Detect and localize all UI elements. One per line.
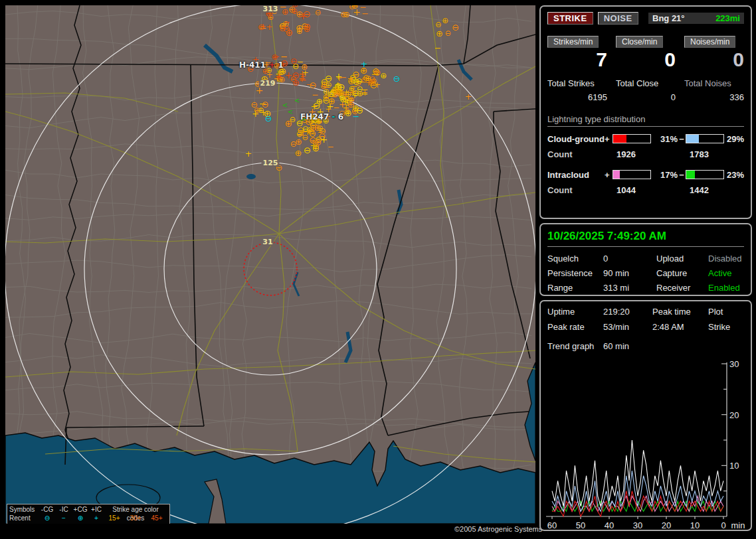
cg-strike-icon: ⊕	[286, 28, 294, 37]
range-value: 313 mi	[603, 283, 656, 293]
plot-value: Strike	[708, 322, 744, 332]
age-45: 45+	[146, 514, 167, 522]
cg-neg-sign: −	[678, 134, 686, 144]
persistence-value: 90 min	[603, 268, 656, 278]
cg-strike-icon: ⊖	[309, 81, 316, 90]
ic-pos-sign: +	[605, 170, 613, 180]
svg-text:20: 20	[662, 520, 671, 530]
noises-column: Noises/min 0 Total Noises 336	[684, 36, 744, 102]
cg-strike-icon: ⊖	[351, 5, 358, 10]
ic-strike-icon: +	[300, 11, 308, 21]
ic-strike-icon: +	[266, 23, 273, 32]
cg-neg-old-icon: ⊖	[39, 522, 56, 524]
noise-mode-button[interactable]: NOISE	[598, 12, 638, 25]
peak-rate-value: 53/min	[603, 322, 652, 332]
svg-text:60: 60	[547, 520, 557, 530]
ic-pos-bar	[613, 170, 651, 179]
svg-text:30: 30	[633, 520, 642, 530]
cg-strike-icon: ⊖	[250, 100, 258, 109]
svg-text:10: 10	[729, 461, 739, 471]
datetime-display: 10/26/2025 7:49:20 AM	[547, 230, 744, 247]
cg-strike-icon: ⊖	[355, 77, 362, 85]
svg-text:30: 30	[729, 359, 739, 369]
uptime-label: Uptime	[547, 307, 603, 317]
squelch-value: 0	[603, 254, 656, 264]
status-grid: Squelch 0 Upload Disabled Persistence 90…	[547, 254, 744, 293]
total-close-label: Total Close	[616, 78, 676, 88]
cg-strike-icon: ⊕	[314, 123, 321, 133]
close-per-min-chip: Close/min	[616, 36, 663, 48]
trend-graph-row: Trend graph 60 min	[547, 341, 744, 351]
cg-strike-icon: ⊖	[357, 86, 363, 94]
symbol-legend: Symbols -CG -IC +CG +IC Strike age color…	[7, 504, 170, 524]
lightning-map[interactable]: ⊕⊕⊖⊕⊖⊕⊕⊖⊕+⊕−⊕−⊖⊖+⊖⊕⊕⊖⊖⊕⊖⊕⊕⊕⊕−+−−⊖+⊖⊕⊕⊖⊕⊖…	[5, 5, 535, 524]
range-ring-label: 31	[261, 238, 274, 246]
ic-pos-count: 1044	[613, 185, 686, 195]
legend-old-row: Old ⊖ − ⊕ + 60+ 75+ 90+	[9, 522, 167, 524]
intracloud-count-row: Count 1044 1442	[547, 185, 744, 195]
cg-strike-icon: ⊕	[316, 98, 323, 106]
cloud-ground-count-row: Count 1926 1783	[547, 149, 744, 159]
cg-count-label: Count	[547, 149, 613, 159]
copyright-text: ©2005 Astrogenic Systems	[454, 525, 542, 533]
range-ring-label: 313	[262, 5, 280, 13]
range-ring-label: 219	[259, 80, 277, 87]
ic-neg-sign: −	[678, 170, 686, 180]
age-30: 30+	[125, 514, 146, 522]
cg-strike-icon: ⊕	[442, 18, 448, 26]
upload-value: Disabled	[708, 254, 744, 264]
legend-recent-row: Recent ⊖ − ⊕ + 15+ 30+ 45+	[9, 514, 167, 522]
bearing-readout: Bng 21° 223mi	[648, 13, 744, 24]
bearing-range-value: 223mi	[715, 13, 740, 23]
total-noises-value: 336	[684, 92, 744, 102]
ic-strike-icon: +	[335, 72, 342, 81]
storm-tracker-label: FH247 - 6	[300, 112, 343, 121]
stats-panel: STRIKE NOISE Bng 21° 223mi Strikes/min 7…	[539, 5, 752, 219]
ic-strike-icon: +	[342, 104, 349, 112]
receiver-value: Enabled	[708, 283, 744, 293]
age-15: 15+	[104, 514, 125, 522]
cg-strike-icon: ⊕	[343, 11, 349, 19]
trend-graph-label: Trend graph	[547, 341, 603, 351]
cg-strike-icon: ⊖	[372, 68, 380, 77]
bearing-label: Bng 21°	[652, 13, 685, 23]
cg-strike-icon: ⊕	[312, 143, 320, 153]
close-alarm-ring	[244, 242, 297, 295]
rate-counters: Strikes/min 7 Total Strikes 6195 Close/m…	[547, 36, 744, 102]
strike-mode-button[interactable]: STRIKE	[547, 12, 593, 25]
ic-neg-old-icon: −	[56, 522, 72, 524]
status-panel: 10/26/2025 7:49:20 AM Squelch 0 Upload D…	[539, 223, 752, 296]
distribution-title: Lightning type distribution	[547, 114, 744, 127]
noises-per-min-value: 0	[684, 49, 744, 70]
cg-pos-sign: +	[605, 134, 613, 144]
cg-strike-icon: ⊖	[307, 127, 314, 135]
age-90: 90+	[146, 522, 167, 524]
storm-tracker-label: H-411 + 1	[239, 60, 284, 70]
cg-pos-bar	[613, 134, 651, 143]
cg-strike-icon: ⊕	[436, 29, 443, 37]
age-75: 75+	[125, 522, 146, 524]
ic-strike-icon: +	[245, 149, 252, 158]
cg-strike-icon: ⊕	[296, 28, 303, 36]
legend-old-label: Old	[9, 522, 39, 524]
trend-window-value: 60 min	[603, 341, 744, 351]
ic-neg-count: 1442	[686, 185, 744, 195]
noise-icon: <	[288, 109, 293, 116]
range-ring-label: 125	[262, 159, 280, 167]
ic-strike-icon: +	[260, 23, 266, 31]
svg-text:40: 40	[605, 520, 614, 530]
intracloud-row: Intracloud + 17% − 23%	[547, 170, 744, 180]
cg-neg-count: 1783	[686, 149, 744, 159]
cg-strike-icon: ⊕	[380, 72, 387, 80]
noise-icon: <	[294, 98, 300, 104]
ic-neg-bar	[686, 170, 724, 179]
mode-header-row: STRIKE NOISE Bng 21° 223mi	[547, 12, 744, 25]
cg-strike-icon: ⊖	[452, 23, 459, 32]
total-strikes-label: Total Strikes	[547, 78, 607, 88]
trend-graph: 1020306050403020100min	[542, 357, 749, 530]
strikes-per-min-value: 7	[547, 49, 607, 70]
cg-pos-recent-icon: ⊕	[72, 514, 89, 522]
ic-strike-icon: −	[361, 9, 369, 18]
cg-strike-icon: ⊖	[320, 78, 328, 88]
peak-rate-label: Peak rate	[547, 322, 603, 332]
